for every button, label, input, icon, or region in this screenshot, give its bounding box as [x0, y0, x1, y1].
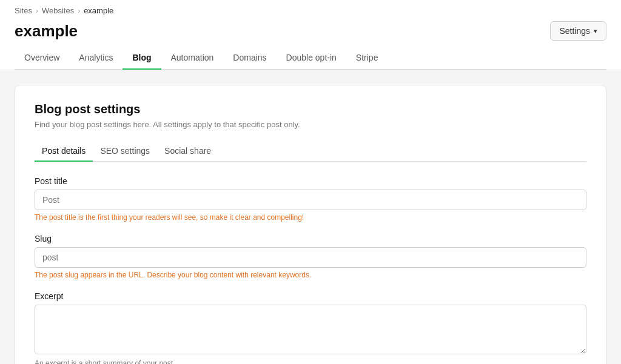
slug-label: Slug [35, 234, 586, 243]
breadcrumb-sep-1: › [36, 7, 38, 15]
chevron-down-icon: ▾ [594, 27, 597, 35]
post-title-input[interactable] [35, 190, 586, 210]
excerpt-textarea[interactable] [35, 305, 586, 354]
breadcrumb-sites[interactable]: Sites [15, 6, 32, 15]
inner-tabs: Post details SEO settings Social share [35, 141, 586, 162]
settings-label: Settings [559, 26, 590, 36]
breadcrumb: Sites › Websites › example [15, 0, 606, 18]
nav-tabs: Overview Analytics Blog Automation Domai… [15, 47, 606, 70]
header-row: example Settings ▾ [15, 18, 606, 47]
settings-button[interactable]: Settings ▾ [550, 21, 606, 41]
post-title-label: Post title [35, 176, 586, 186]
top-bar: Sites › Websites › example example Setti… [0, 0, 621, 70]
card-title: Blog post settings [35, 102, 586, 116]
post-title-group: Post title The post title is the first t… [35, 176, 586, 222]
inner-tab-social-share[interactable]: Social share [157, 141, 218, 162]
excerpt-hint: An excerpt is a short summary of your po… [35, 359, 586, 364]
slug-hint: The post slug appears in the URL. Descri… [35, 271, 586, 279]
card-description: Find your blog post settings here. All s… [35, 120, 586, 129]
post-title-hint: The post title is the first thing your r… [35, 213, 586, 222]
breadcrumb-sep-2: › [78, 7, 80, 15]
inner-tab-seo-settings[interactable]: SEO settings [93, 141, 157, 162]
content-area: Blog post settings Find your blog post s… [0, 70, 621, 364]
slug-group: Slug The post slug appears in the URL. D… [35, 234, 586, 279]
tab-overview[interactable]: Overview [15, 47, 69, 70]
tab-stripe[interactable]: Stripe [346, 47, 388, 70]
breadcrumb-current: example [84, 6, 113, 15]
tab-blog[interactable]: Blog [123, 47, 161, 70]
excerpt-group: Excerpt An excerpt is a short summary of… [35, 291, 586, 364]
breadcrumb-websites[interactable]: Websites [42, 6, 74, 15]
tab-domains[interactable]: Domains [223, 47, 276, 70]
tab-double-opt-in[interactable]: Double opt-in [277, 47, 346, 70]
tab-automation[interactable]: Automation [161, 47, 224, 70]
page-title: example [15, 22, 78, 41]
slug-input[interactable] [35, 247, 586, 268]
settings-card: Blog post settings Find your blog post s… [15, 85, 606, 364]
inner-tab-post-details[interactable]: Post details [35, 141, 93, 162]
tab-analytics[interactable]: Analytics [69, 47, 123, 70]
excerpt-label: Excerpt [35, 291, 586, 301]
